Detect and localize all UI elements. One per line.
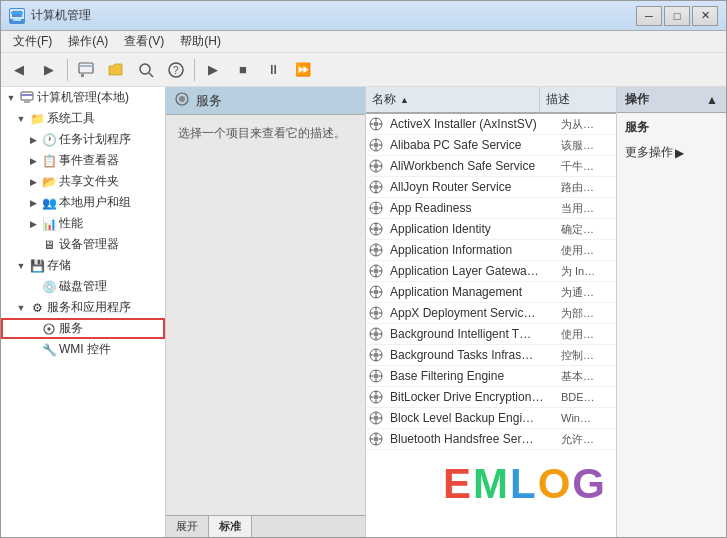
service-row[interactable]: BitLocker Drive Encryption… BDE…	[366, 387, 616, 408]
service-row-icon	[366, 116, 386, 132]
tree-task-scheduler[interactable]: ▶ 🕐 任务计划程序	[1, 129, 165, 150]
titlebar: 计算机管理 ─ □ ✕	[1, 1, 726, 31]
menu-view[interactable]: 查看(V)	[116, 31, 172, 52]
action-header: 操作 ▲	[617, 87, 726, 113]
service-row[interactable]: AliWorkbench Safe Service 千牛…	[366, 156, 616, 177]
tree-shared-folders[interactable]: ▶ 📂 共享文件夹	[1, 171, 165, 192]
restart-button[interactable]: ⏩	[289, 57, 317, 83]
col-name[interactable]: 名称 ▲	[366, 87, 540, 112]
up-button[interactable]	[72, 57, 100, 83]
tree-event-viewer[interactable]: ▶ 📋 事件查看器	[1, 150, 165, 171]
svg-point-53	[374, 248, 379, 253]
service-row[interactable]: Background Tasks Infras… 控制…	[366, 345, 616, 366]
user-icon: 👥	[41, 195, 57, 211]
svg-point-29	[374, 164, 379, 169]
disk-label: 磁盘管理	[59, 278, 107, 295]
service-row[interactable]: AppX Deployment Servic… 为部…	[366, 303, 616, 324]
action-more-arrow: ▶	[675, 146, 684, 160]
help-button[interactable]: ?	[162, 57, 190, 83]
svg-point-23	[374, 143, 379, 148]
service-row[interactable]: Application Identity 确定…	[366, 219, 616, 240]
sys-label: 系统工具	[47, 110, 95, 127]
disk-icon: 💿	[41, 279, 57, 295]
tree-device-manager[interactable]: 🖥 设备管理器	[1, 234, 165, 255]
service-row-name: App Readiness	[386, 201, 561, 215]
svg-point-47	[374, 227, 379, 232]
svg-point-15	[179, 96, 185, 102]
tree-local-users[interactable]: ▶ 👥 本地用户和组	[1, 192, 165, 213]
col-name-label: 名称	[372, 91, 396, 108]
folder-button[interactable]	[102, 57, 130, 83]
play-button[interactable]: ▶	[199, 57, 227, 83]
svg-point-107	[374, 437, 379, 442]
service-row[interactable]: AllJoyn Router Service 路由…	[366, 177, 616, 198]
tree-root[interactable]: ▼ 计算机管理(本地)	[1, 87, 165, 108]
wmi-arrow	[25, 342, 41, 358]
service-row[interactable]: App Readiness 当用…	[366, 198, 616, 219]
service-row[interactable]: Application Layer Gatewa… 为 In…	[366, 261, 616, 282]
tree-performance[interactable]: ▶ 📊 性能	[1, 213, 165, 234]
perf-icon: 📊	[41, 216, 57, 232]
root-label: 计算机管理(本地)	[37, 89, 129, 106]
service-row-icon	[366, 368, 386, 384]
service-row-icon	[366, 431, 386, 447]
svg-point-89	[374, 374, 379, 379]
close-button[interactable]: ✕	[692, 6, 718, 26]
wmi-icon: 🔧	[41, 342, 57, 358]
services-apps-icon: ⚙	[29, 300, 45, 316]
svg-point-41	[374, 206, 379, 211]
tree-services[interactable]: 服务	[1, 318, 165, 339]
svg-point-6	[140, 64, 150, 74]
service-row[interactable]: Application Management 为通…	[366, 282, 616, 303]
svg-point-35	[374, 185, 379, 190]
service-list[interactable]: ActiveX Installer (AxInstSV) 为从… Alibaba…	[366, 114, 616, 537]
tree-wmi[interactable]: 🔧 WMI 控件	[1, 339, 165, 360]
tree-storage[interactable]: ▼ 💾 存储	[1, 255, 165, 276]
back-button[interactable]: ◀	[5, 57, 33, 83]
svg-text:?: ?	[173, 65, 179, 76]
service-row[interactable]: Background Intelligent T… 使用…	[366, 324, 616, 345]
service-list-header: 名称 ▲ 描述	[366, 87, 616, 114]
tree-services-apps[interactable]: ▼ ⚙ 服务和应用程序	[1, 297, 165, 318]
tab-standard[interactable]: 标准	[209, 516, 252, 537]
service-row-desc: 允许…	[561, 432, 616, 447]
svc-arrow	[25, 321, 41, 337]
service-row[interactable]: Block Level Backup Engi… Win…	[366, 408, 616, 429]
service-row[interactable]: Base Filtering Engine 基本…	[366, 366, 616, 387]
stop-button[interactable]: ■	[229, 57, 257, 83]
tree-system-tools[interactable]: ▼ 📁 系统工具	[1, 108, 165, 129]
svc-apps-arrow: ▼	[13, 300, 29, 316]
pause-button[interactable]: ⏸	[259, 57, 287, 83]
menu-help[interactable]: 帮助(H)	[172, 31, 229, 52]
action-more[interactable]: 更多操作 ▶	[617, 140, 726, 165]
service-row[interactable]: Bluetooth Handsfree Ser… 允许…	[366, 429, 616, 450]
computer-icon	[19, 90, 35, 106]
minimize-button[interactable]: ─	[636, 6, 662, 26]
service-row-name: Application Information	[386, 243, 561, 257]
tree-disk-mgmt[interactable]: 💿 磁盘管理	[1, 276, 165, 297]
menu-action[interactable]: 操作(A)	[60, 31, 116, 52]
menubar: 文件(F) 操作(A) 查看(V) 帮助(H)	[1, 31, 726, 53]
action-services[interactable]: 服务	[617, 113, 726, 140]
svg-rect-4	[79, 65, 93, 67]
service-row-name: Application Layer Gatewa…	[386, 264, 561, 278]
service-row[interactable]: Application Information 使用…	[366, 240, 616, 261]
toolbar-sep-1	[67, 59, 68, 81]
toolbar: ◀ ▶ ? ▶ ■	[1, 53, 726, 87]
svg-rect-12	[24, 101, 30, 103]
forward-button[interactable]: ▶	[35, 57, 63, 83]
middle-icon	[174, 91, 190, 110]
service-row-name: AllJoyn Router Service	[386, 180, 561, 194]
titlebar-buttons: ─ □ ✕	[636, 6, 718, 26]
scroll-placeholder	[600, 87, 616, 112]
search-button[interactable]	[132, 57, 160, 83]
service-row-desc: 当用…	[561, 201, 616, 216]
menu-file[interactable]: 文件(F)	[5, 31, 60, 52]
maximize-button[interactable]: □	[664, 6, 690, 26]
main-content: ▼ 计算机管理(本地) ▼ 📁 系统工具 ▶	[1, 87, 726, 537]
service-row-desc: 为通…	[561, 285, 616, 300]
service-row[interactable]: Alibaba PC Safe Service 该服…	[366, 135, 616, 156]
service-row[interactable]: ActiveX Installer (AxInstSV) 为从…	[366, 114, 616, 135]
col-desc[interactable]: 描述	[540, 87, 600, 112]
tab-expand[interactable]: 展开	[166, 516, 209, 537]
